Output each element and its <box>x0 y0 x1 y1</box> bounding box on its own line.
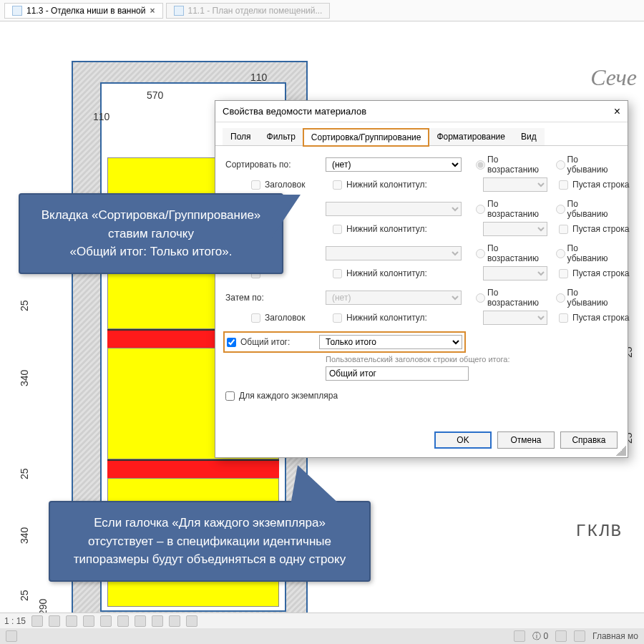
dimension-label: 25 <box>19 300 30 311</box>
blankline-label: Пустая строка <box>572 313 629 323</box>
document-tab-bar: 11.3 - Отделка ниши в ванной × 11.1 - Пл… <box>0 0 644 21</box>
main-model-label[interactable]: Главная мо <box>592 631 638 641</box>
thenby-select[interactable]: (нет) <box>326 291 462 305</box>
scale-value[interactable]: 1 : 15 <box>4 616 26 626</box>
toolbar-icon[interactable] <box>186 615 197 627</box>
resize-grip-icon[interactable] <box>616 446 626 456</box>
help-button[interactable]: Справка <box>560 431 618 449</box>
crop-icon[interactable] <box>83 615 94 627</box>
callout-line: отсутствует – в спецификации идентичные <box>66 532 353 551</box>
header-check[interactable] <box>251 180 260 190</box>
sort-desc-label: По убыванию <box>567 155 618 175</box>
blankline-check[interactable] <box>559 180 568 190</box>
ok-button[interactable]: OK <box>434 431 492 449</box>
show-hidden-icon[interactable] <box>100 615 112 627</box>
thenby-asc-radio[interactable] <box>476 249 485 258</box>
visual-style-icon[interactable] <box>31 615 43 627</box>
blankline-label: Пустая строка <box>572 180 629 190</box>
dimension-label: 110 <box>93 111 109 122</box>
thenby-asc-radio[interactable] <box>476 205 485 214</box>
document-tab-inactive[interactable]: 11.1 - План отделки помещений... <box>166 3 331 19</box>
sort-asc-radio[interactable] <box>476 160 485 170</box>
sort-by-select[interactable]: (нет) <box>326 157 462 172</box>
dimension-label: 110 <box>250 72 267 83</box>
select-icon[interactable] <box>6 630 17 642</box>
custom-total-input[interactable] <box>326 366 469 381</box>
close-icon[interactable]: × <box>614 101 620 122</box>
callout-line: ставим галочку <box>36 225 266 243</box>
blankline-check[interactable] <box>559 225 568 234</box>
callout-line: «Общий итог: Только итого». <box>36 243 266 261</box>
document-icon <box>12 6 22 16</box>
sort-desc-radio[interactable] <box>556 160 565 170</box>
footer-select[interactable] <box>483 266 547 280</box>
shadows-icon[interactable] <box>66 615 77 627</box>
sort-asc-label: По возрастанию <box>487 243 549 263</box>
dimension-label: 25 <box>19 590 30 601</box>
footer-select[interactable] <box>483 222 547 236</box>
footer-check[interactable] <box>333 225 342 234</box>
dialog-button-row: OK Отмена Справка <box>434 431 618 449</box>
tab-filter[interactable]: Фильтр <box>259 128 303 145</box>
workset-icon[interactable] <box>514 630 525 642</box>
footer-check[interactable] <box>333 180 342 190</box>
callout-annotation: Вкладка «Сортировка/Группирование» стави… <box>19 193 283 274</box>
document-icon <box>174 6 184 16</box>
toolbar-icon[interactable] <box>152 615 163 627</box>
document-tab-active[interactable]: 11.3 - Отделка ниши в ванной × <box>4 3 163 19</box>
footer-label: Нижний колонтитул: <box>346 180 427 190</box>
dialog-body: Сортировать по: (нет) По возрастанию По … <box>215 146 628 409</box>
footer-select[interactable] <box>483 177 547 192</box>
cancel-button[interactable]: Отмена <box>497 431 555 449</box>
thenby-label: Затем по: <box>225 293 318 303</box>
grand-total-select[interactable]: Только итого <box>319 335 462 349</box>
each-instance-check[interactable] <box>225 391 235 401</box>
footer-check[interactable] <box>333 269 342 278</box>
schedule-properties-dialog: Свойства ведомости материалов × Поля Фил… <box>215 100 628 458</box>
sun-path-icon[interactable] <box>49 615 60 627</box>
custom-total-label: Пользовательский заголовок строки общего… <box>326 355 618 364</box>
selection-icon[interactable] <box>574 630 585 642</box>
strip-red <box>107 459 279 478</box>
blankline-check[interactable] <box>559 269 568 278</box>
tab-formatting[interactable]: Форматирование <box>429 128 513 145</box>
blankline-check[interactable] <box>559 313 568 323</box>
footer-label: Нижний колонтитул: <box>346 268 427 278</box>
tab-close-icon[interactable]: × <box>150 6 155 16</box>
dialog-title-bar[interactable]: Свойства ведомости материалов × <box>215 101 628 122</box>
footer-label: Нижний колонтитул: <box>346 313 427 323</box>
header-label: Заголовок <box>265 313 305 323</box>
thenby-desc-radio[interactable] <box>556 205 565 214</box>
footer-check[interactable] <box>333 313 342 323</box>
header-check[interactable] <box>251 313 260 323</box>
dimension-label: 25 <box>19 468 30 479</box>
thenby-asc-radio[interactable] <box>476 293 485 303</box>
toolbar-icon[interactable] <box>169 615 180 627</box>
tab-view[interactable]: Вид <box>513 128 545 145</box>
thenby-desc-radio[interactable] <box>556 293 565 303</box>
thenby-select[interactable] <box>326 202 462 216</box>
sort-asc-label: По возрастанию <box>487 155 549 175</box>
sort-by-label: Сортировать по: <box>225 160 318 170</box>
document-tab-label: 11.1 - План отделки помещений... <box>188 6 323 16</box>
temporary-hide-icon[interactable] <box>117 615 129 627</box>
view-control-bar: 1 : 15 <box>0 613 644 628</box>
thenby-desc-radio[interactable] <box>556 249 565 258</box>
tab-sort-group[interactable]: Сортировка/Группирование <box>303 129 429 146</box>
reveal-icon[interactable] <box>135 615 146 627</box>
status-bar: ⓘ 0 Главная мо <box>0 628 644 644</box>
dimension-label: 340 <box>19 527 30 544</box>
callout-annotation: Если галочка «Для каждого экземпляра» от… <box>49 501 371 582</box>
blankline-label: Пустая строка <box>572 224 629 234</box>
dialog-title: Свойства ведомости материалов <box>223 101 366 122</box>
filter-icon[interactable] <box>555 630 567 642</box>
material-label: ГКЛВ <box>575 522 623 541</box>
tab-fields[interactable]: Поля <box>223 128 259 145</box>
zoom-value: 0 <box>543 631 548 641</box>
sort-desc-label: По убыванию <box>567 288 618 308</box>
grand-total-check[interactable] <box>227 338 236 347</box>
thenby-select[interactable] <box>326 246 462 260</box>
footer-select[interactable] <box>483 311 547 325</box>
each-instance-label: Для каждого экземпляра <box>239 391 338 401</box>
callout-line: Вкладка «Сортировка/Группирование» <box>36 206 266 225</box>
